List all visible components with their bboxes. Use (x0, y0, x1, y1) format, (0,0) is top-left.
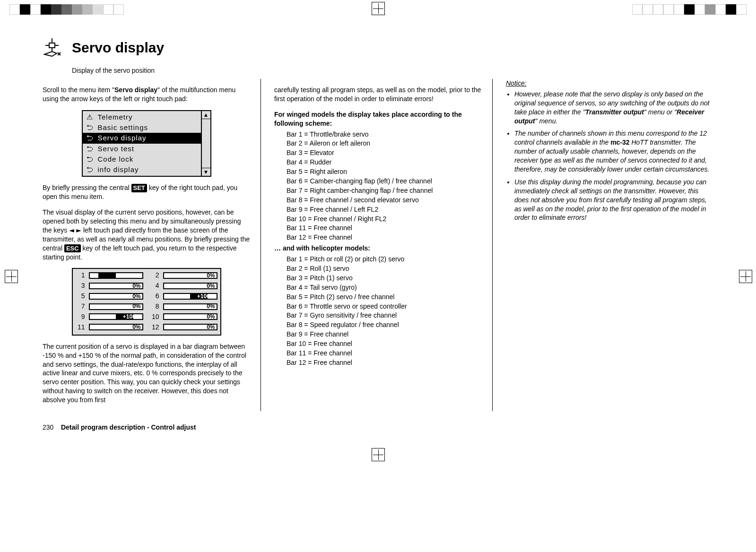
list-item: Bar 4 = Tail servo (gyro) (287, 283, 482, 292)
servo-bar-value: 0% (207, 323, 215, 331)
servo-bar-value: 0% (132, 302, 140, 310)
menu-item: ⮌Basic settings (83, 122, 201, 133)
list-item: Bar 11 = Free channel (287, 224, 482, 233)
servo-bar-number: 3 (76, 281, 85, 290)
servo-bar-value: 0% (132, 282, 140, 290)
servo-bar-value: 0% (207, 302, 215, 310)
list-item: Bar 4 = Rudder (287, 158, 482, 167)
list-item: Bar 6 = Camber-changing flap (left) / fr… (287, 177, 482, 186)
paragraph-2: The visual display of the current servo … (43, 208, 250, 261)
list-item: Bar 5 = Pitch (2) servo / free channel (287, 293, 482, 302)
paragraph-1: By briefly pressing the central SET key … (43, 183, 250, 201)
notice-bullet-1: However, please note that the servo disp… (514, 90, 713, 126)
intro-text: Scroll to the menu item "Servo display" … (43, 86, 250, 104)
servo-bar-number: 11 (76, 323, 85, 332)
notice-bullet-3: Use this display during the model progra… (514, 178, 713, 222)
servo-display-figure: 1–100%20%30%40%50%6+100%70%80%9+100%100%… (72, 268, 221, 335)
servo-bar: 0% (89, 303, 143, 310)
servo-bar-number: 12 (147, 323, 159, 332)
notice-bullet-2: The number of channels shown in this men… (514, 129, 713, 173)
scroll-up-icon: ▲ (202, 111, 210, 119)
column-3: Notice: However, please note that the se… (506, 79, 713, 222)
servo-bar-number: 6 (147, 292, 159, 301)
crosshair-icon (5, 270, 18, 283)
page-number: 230 (43, 423, 53, 431)
menu-scrollbar: ▲ ▼ (201, 111, 210, 176)
notice-heading: Notice: (506, 79, 713, 88)
menu-item-label: info display (98, 165, 139, 174)
footer-label: Detail program description - Control adj… (61, 423, 196, 431)
list-item: Bar 11 = Free channel (287, 349, 482, 358)
menu-item-icon: ⮌ (86, 144, 94, 154)
servo-bar-number: 2 (147, 271, 159, 280)
servo-bar-value: 0% (207, 272, 215, 279)
list-item: Bar 5 = Right aileron (287, 167, 482, 176)
list-item: Bar 9 = Free channel / Left FL2 (287, 205, 482, 214)
column-1: Scroll to the menu item "Servo display" … (43, 86, 250, 405)
crosshair-icon (372, 448, 385, 461)
crosshair-icon (739, 270, 752, 283)
servo-bar-value: 0% (132, 323, 140, 331)
servo-bar-number: 9 (76, 312, 85, 321)
registration-marks-top (0, 0, 756, 18)
servo-bar-value: 0% (132, 293, 140, 300)
menu-item: ⮌Servo test (83, 144, 201, 154)
menu-item-icon: ⮌ (86, 133, 94, 143)
servo-bar-value: 0% (207, 282, 215, 290)
list-item: Bar 12 = Free channel (287, 358, 482, 367)
servo-bar: 0% (89, 293, 143, 300)
list-item: Bar 10 = Free channel (287, 339, 482, 348)
list-item: Bar 1 = Pitch or roll (2) or pitch (2) s… (287, 255, 482, 264)
menu-item-icon: ⮌ (86, 165, 94, 174)
list-item: Bar 3 = Elevator (287, 148, 482, 157)
menu-item-label: Telemetry (98, 112, 133, 122)
crosshair-icon (372, 2, 385, 15)
servo-bar-value: 0% (207, 313, 215, 320)
servo-bar-value: +100% (197, 293, 215, 300)
column-2: carefully testing all program steps, as … (274, 86, 482, 367)
winged-list: Bar 1 = Throttle/brake servoBar 2 = Aile… (274, 130, 482, 242)
menu-item: ⮌Servo display (83, 133, 201, 143)
list-item: Bar 9 = Free channel (287, 330, 482, 339)
notice-bullets: However, please note that the servo disp… (506, 90, 713, 222)
servo-bar: 0% (89, 324, 143, 330)
servo-bar: 0% (163, 272, 217, 279)
menu-item-icon: ⮌ (86, 155, 94, 164)
list-item: Bar 3 = Pitch (1) servo (287, 274, 482, 283)
servo-bar: 0% (163, 283, 217, 289)
page-content: Servo display Display of the servo posit… (0, 18, 756, 445)
winged-heading: For winged models the display takes plac… (274, 110, 482, 128)
servo-bar-number: 8 (147, 302, 159, 311)
color-bar-right (632, 4, 747, 15)
list-item: Bar 1 = Throttle/brake servo (287, 130, 482, 139)
list-item: Bar 7 = Right camber-changing flap / fre… (287, 186, 482, 195)
page-footer: 230 Detail program description - Control… (43, 423, 713, 431)
color-bar-left (9, 4, 124, 15)
heli-heading: … and with helicopter models: (274, 244, 482, 253)
menu-item-icon: ⮌ (86, 123, 94, 132)
servo-bar: 0% (89, 283, 143, 289)
servo-bar: 0% (163, 303, 217, 310)
set-key-icon: SET (131, 184, 147, 192)
list-item: Bar 6 = Throttle servo or speed controll… (287, 302, 482, 311)
servo-bar: –100% (89, 272, 143, 279)
servo-bar-number: 4 (147, 281, 159, 290)
menu-item-label: Basic settings (98, 123, 148, 132)
list-item: Bar 8 = Free channel / second elevator s… (287, 196, 482, 205)
menu-item-label: Code lock (98, 155, 134, 164)
servo-bar-value: +100% (123, 313, 141, 320)
servo-bar: +100% (89, 313, 143, 320)
list-item: Bar 10 = Free channel / Right FL2 (287, 215, 482, 224)
servo-bar-number: 1 (76, 271, 85, 280)
servo-bar-number: 5 (76, 292, 85, 301)
menu-item-label: Servo display (98, 133, 147, 143)
servo-icon (43, 37, 61, 58)
heli-list: Bar 1 = Pitch or roll (2) or pitch (2) s… (274, 255, 482, 367)
servo-bar: 0% (163, 313, 217, 320)
paragraph-3: The current position of a servo is displ… (43, 342, 250, 405)
servo-bar-number: 7 (76, 302, 85, 311)
servo-bar-number: 10 (147, 312, 159, 321)
page-title: Servo display (72, 40, 164, 56)
list-item: Bar 8 = Speed regulator / free channel (287, 320, 482, 329)
list-item: Bar 2 = Roll (1) servo (287, 264, 482, 273)
